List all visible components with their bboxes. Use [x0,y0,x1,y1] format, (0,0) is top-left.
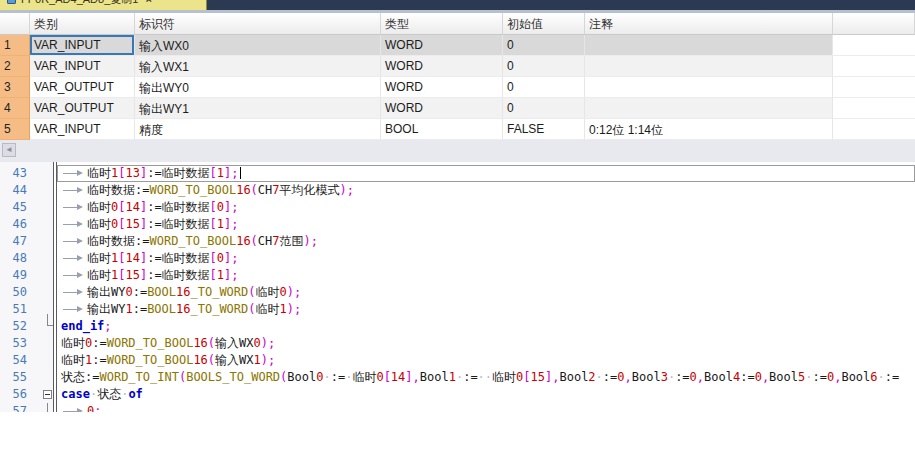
code-line[interactable]: 47临时数据:=WORD_TO_BOOL16(CH7范围); [0,233,915,250]
code-text[interactable]: end_if; [57,318,915,335]
token-fn: WORD_TO_INT [99,370,178,384]
token-id: 状态 [97,387,121,401]
line-number[interactable]: 48 [0,250,40,267]
code-text[interactable]: 临时1[14]:=临时数据[0]; [57,250,915,267]
fold-margin [40,335,57,352]
cell-comment[interactable] [585,98,833,119]
cell-category[interactable]: VAR_OUTPUT [30,77,135,98]
line-number[interactable]: 44 [0,182,40,199]
code-text[interactable]: 临时数据:=WORD_TO_BOOL16(CH7范围); [57,233,915,250]
code-text[interactable]: 临时0:=WORD_TO_BOOL16(输入WX0); [57,335,915,352]
code-text[interactable]: 输出WY1:=BOOL16_TO_WORD(临时1); [57,301,915,318]
cell-initial[interactable]: 0 [503,98,585,119]
code-text[interactable]: 临时0[14]:=临时数据[0]; [57,199,915,216]
token-id: := [92,353,106,367]
line-number[interactable]: 54 [0,352,40,369]
cell-type[interactable]: WORD [381,77,503,98]
cell-type[interactable]: BOOL [381,119,503,140]
code-line[interactable]: 53临时0:=WORD_TO_BOOL16(输入WX0); [0,335,915,352]
line-number[interactable]: 51 [0,301,40,318]
cell-category[interactable]: VAR_INPUT [30,35,135,56]
cell-initial[interactable]: 0 [503,35,585,56]
token-id: := [147,166,161,180]
cell-identifier[interactable]: 精度 [135,119,381,140]
header-comment[interactable]: 注释 [585,13,833,35]
line-number[interactable]: 50 [0,284,40,301]
row-number[interactable]: 3 [0,77,30,98]
scroll-left-button[interactable]: ◄ [2,143,16,157]
line-number[interactable]: 57 [0,403,40,412]
code-text[interactable]: 临时1[15]:=临时数据[1]; [57,267,915,284]
token-pun: ] [405,370,412,384]
table-row: 2VAR_INPUT输入WX1WORD0 [0,56,915,77]
code-line[interactable]: 52end_if; [0,318,915,335]
code-line[interactable]: 48临时1[14]:=临时数据[0]; [0,250,915,267]
header-category[interactable]: 类别 [30,13,135,35]
code-text[interactable]: 状态:=WORD_TO_INT(BOOLS_TO_WORD(Bool0·:=·临… [57,369,915,386]
token-fn: _TO_WORD [191,302,249,316]
line-number[interactable]: 53 [0,335,40,352]
row-number[interactable]: 2 [0,56,30,77]
tab-whitespace-icon [61,267,87,284]
cell-type[interactable]: WORD [381,98,503,119]
cell-comment[interactable]: 0:12位 1:14位 [585,119,833,140]
fold-margin [40,267,57,284]
code-line[interactable]: 50输出WY0:=BOOL16_TO_WORD(临时0); [0,284,915,301]
code-line[interactable]: 43临时1[13]:=临时数据[1]; [0,165,915,182]
row-number[interactable]: 5 [0,119,30,140]
cell-identifier[interactable]: 输出WY0 [135,77,381,98]
cell-identifier[interactable]: 输出WY1 [135,98,381,119]
cell-category[interactable]: VAR_INPUT [30,119,135,140]
line-number[interactable]: 45 [0,199,40,216]
cell-initial[interactable]: 0 [503,77,585,98]
st-editor[interactable]: 43临时1[13]:=临时数据[1];44临时数据:=WORD_TO_BOOL1… [0,162,915,412]
cell-type[interactable]: WORD [381,56,503,77]
code-text[interactable]: 0: [57,403,915,412]
code-line[interactable]: 49临时1[15]:=临时数据[1]; [0,267,915,284]
header-identifier[interactable]: 标识符 [135,13,381,35]
line-number[interactable]: 49 [0,267,40,284]
token-id: Bool [287,370,316,384]
line-number[interactable]: 55 [0,369,40,386]
cell-comment[interactable] [585,35,833,56]
code-line[interactable]: 55状态:=WORD_TO_INT(BOOLS_TO_WORD(Bool0·:=… [0,369,915,386]
cell-identifier[interactable]: 输入WX1 [135,56,381,77]
cell-initial[interactable]: 0 [503,56,585,77]
code-line[interactable]: 46临时0[15]:=临时数据[1]; [0,216,915,233]
cell-type[interactable]: WORD [381,35,503,56]
cell-category[interactable]: VAR_OUTPUT [30,98,135,119]
code-line[interactable]: 56case·状态·of [0,386,915,403]
tab-whitespace-icon [61,216,87,233]
code-text[interactable]: 输出WY0:=BOOL16_TO_WORD(临时0); [57,284,915,301]
line-number[interactable]: 56 [0,386,40,403]
line-number[interactable]: 46 [0,216,40,233]
header-initial[interactable]: 初始值 [503,13,585,35]
code-line[interactable]: 570: [0,403,915,412]
token-num: 7 [272,183,279,197]
code-line[interactable]: 45临时0[14]:=临时数据[0]; [0,199,915,216]
code-text[interactable]: 临时1:=WORD_TO_BOOL16(输入WX1); [57,352,915,369]
cell-category[interactable]: VAR_INPUT [30,56,135,77]
row-number[interactable]: 1 [0,35,30,56]
code-line[interactable]: 51输出WY1:=BOOL16_TO_WORD(临时1); [0,301,915,318]
code-text[interactable]: 临时1[13]:=临时数据[1]; [57,165,915,182]
token-id: Bool [420,370,449,384]
cell-comment[interactable] [585,56,833,77]
cell-comment[interactable] [585,77,833,98]
code-text[interactable]: case·状态·of [57,386,915,403]
tab-close-icon[interactable]: × [145,0,151,5]
header-type[interactable]: 类型 [381,13,503,35]
line-number[interactable]: 52 [0,318,40,335]
line-number[interactable]: 43 [0,165,40,182]
code-text[interactable]: 临时数据:=WORD_TO_BOOL16(CH7平均化模式); [57,182,915,199]
cell-identifier[interactable]: 输入WX0 [135,35,381,56]
code-line[interactable]: 44临时数据:=WORD_TO_BOOL16(CH7平均化模式); [0,182,915,199]
line-number[interactable]: 47 [0,233,40,250]
document-tab[interactable]: FP0R_AD4_AD8_复制1 × [0,0,207,10]
code-text[interactable]: 临时0[15]:=临时数据[1]; [57,216,915,233]
fold-collapse-icon[interactable] [43,390,52,399]
row-number[interactable]: 4 [0,98,30,119]
token-id: 范围 [280,234,304,248]
cell-initial[interactable]: FALSE [503,119,585,140]
code-line[interactable]: 54临时1:=WORD_TO_BOOL16(输入WX1); [0,352,915,369]
